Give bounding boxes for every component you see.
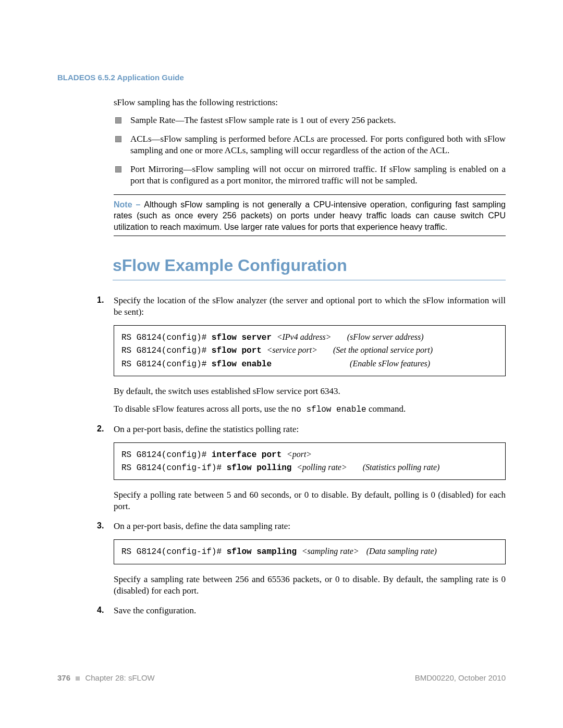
command-arg: <port> bbox=[287, 450, 312, 459]
step-after-text: By default, the switch uses established … bbox=[114, 386, 506, 397]
command-keyword: sflow sampling bbox=[227, 547, 302, 557]
restrictions-list: Sample Rate—The fastest sFlow sample rat… bbox=[114, 115, 506, 187]
footer-separator-icon bbox=[76, 676, 80, 681]
command-arg: <sampling rate> bbox=[302, 547, 359, 556]
note-text: Although sFlow sampling is not generally… bbox=[114, 200, 506, 231]
command-desc: (Data sampling rate) bbox=[366, 545, 437, 558]
command-box: RS G8124(config-if)# sflow sampling <sam… bbox=[114, 539, 506, 564]
steps-list: 1. Specify the location of the sFlow ana… bbox=[114, 295, 506, 616]
text-span: To disable sFlow features across all por… bbox=[114, 404, 291, 414]
rule-below-note bbox=[114, 236, 506, 236]
list-item: ACLs—sFlow sampling is performed before … bbox=[114, 133, 506, 156]
command-desc: (Set the optional service port) bbox=[333, 344, 433, 357]
footer-left: 376 Chapter 28: sFLOW bbox=[57, 673, 155, 682]
list-item: Port Mirroring—sFlow sampling will not o… bbox=[114, 164, 506, 187]
command-box: RS G8124(config)# sflow server <IPv4 add… bbox=[114, 325, 506, 376]
command-keyword: sflow enable bbox=[212, 360, 272, 369]
step-item: 1. Specify the location of the sFlow ana… bbox=[114, 295, 506, 415]
page: BLADEOS 6.5.2 Application Guide sFlow sa… bbox=[0, 0, 563, 728]
prompt: RS G8124(config)# bbox=[121, 346, 212, 355]
page-number: 376 bbox=[57, 673, 70, 682]
command-keyword: sflow port bbox=[212, 346, 267, 355]
command-desc: (Statistics polling rate) bbox=[363, 461, 440, 474]
step-lead: Save the configuration. bbox=[114, 605, 506, 616]
command-box: RS G8124(config)# interface port <port> … bbox=[114, 442, 506, 480]
command-arg: <service port> bbox=[266, 346, 317, 354]
section-heading: sFlow Example Configuration bbox=[113, 255, 506, 280]
step-lead: On a per-port basis, define the statisti… bbox=[114, 424, 506, 435]
rule-above-note bbox=[114, 194, 506, 195]
page-footer: 376 Chapter 28: sFLOW BMD00220, October … bbox=[57, 673, 506, 682]
step-number: 1. bbox=[97, 295, 104, 306]
command-arg: <polling rate> bbox=[297, 463, 347, 472]
command-keyword: sflow polling bbox=[227, 463, 297, 473]
step-item: 3. On a per-port basis, define the data … bbox=[114, 521, 506, 596]
step-after-text: Specify a polling rate between 5 and 60 … bbox=[114, 489, 506, 512]
step-lead: On a per-port basis, define the data sam… bbox=[114, 521, 506, 532]
command-arg: <IPv4 address> bbox=[277, 332, 332, 341]
prompt: RS G8124(config-if)# bbox=[121, 463, 227, 473]
command-row: RS G8124(config-if)# sflow sampling <sam… bbox=[121, 545, 498, 558]
footer-right: BMD00220, October 2010 bbox=[415, 673, 506, 682]
step-after-text: To disable sFlow features across all por… bbox=[114, 403, 506, 415]
prompt: RS G8124(config)# bbox=[121, 450, 212, 460]
step-after-text: Specify a sampling rate between 256 and … bbox=[114, 574, 506, 597]
step-number: 3. bbox=[97, 521, 104, 532]
command-keyword: interface port bbox=[212, 450, 287, 460]
step-item: 4. Save the configuration. bbox=[114, 605, 506, 616]
command-desc: (Enable sFlow features) bbox=[350, 357, 430, 371]
note-block: Note – Although sFlow sampling is not ge… bbox=[114, 199, 506, 233]
step-item: 2. On a per-port basis, define the stati… bbox=[114, 424, 506, 513]
command-row: RS G8124(config)# sflow port <service po… bbox=[121, 344, 498, 357]
prompt: RS G8124(config-if)# bbox=[121, 547, 227, 557]
command-keyword: sflow server bbox=[212, 333, 277, 342]
chapter-label: Chapter 28: sFLOW bbox=[85, 673, 154, 682]
prompt: RS G8124(config)# bbox=[121, 333, 212, 342]
content-area: sFlow sampling has the following restric… bbox=[114, 97, 506, 616]
command-row: RS G8124(config-if)# sflow polling <poll… bbox=[121, 461, 498, 474]
inline-command: no sflow enable bbox=[291, 405, 366, 414]
step-number: 2. bbox=[97, 424, 104, 435]
prompt: RS G8124(config)# bbox=[121, 360, 212, 369]
running-header: BLADEOS 6.5.2 Application Guide bbox=[57, 73, 184, 82]
command-row: RS G8124(config)# interface port <port> bbox=[121, 448, 498, 461]
command-row: RS G8124(config)# sflow enable (Enable s… bbox=[121, 357, 498, 371]
text-span: command. bbox=[366, 404, 406, 414]
step-number: 4. bbox=[97, 605, 104, 616]
command-row: RS G8124(config)# sflow server <IPv4 add… bbox=[121, 331, 498, 344]
command-desc: (sFlow server address) bbox=[347, 331, 424, 344]
intro-text: sFlow sampling has the following restric… bbox=[114, 97, 506, 108]
list-item: Sample Rate—The fastest sFlow sample rat… bbox=[114, 115, 506, 126]
step-lead: Specify the location of the sFlow analyz… bbox=[114, 295, 506, 318]
note-label: Note – bbox=[114, 200, 144, 209]
